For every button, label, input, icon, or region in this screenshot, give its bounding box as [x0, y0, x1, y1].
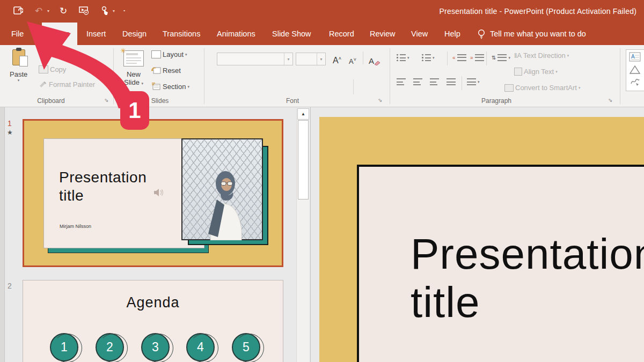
- justify-icon: [447, 78, 456, 85]
- numbering-button[interactable]: ▾: [422, 54, 435, 61]
- tab-help[interactable]: Help: [441, 23, 464, 45]
- tab-insert[interactable]: Insert: [83, 23, 109, 45]
- slide-2-number: 2: [8, 282, 12, 290]
- tab-review[interactable]: Review: [367, 23, 399, 45]
- paste-button[interactable]: Paste ▾: [10, 49, 27, 83]
- line-spacing-icon: [497, 54, 507, 61]
- slide-1-number: 1: [8, 119, 12, 128]
- agenda-circle-4: 4: [186, 333, 215, 361]
- text-box-icon: A: [629, 52, 641, 62]
- lightbulb-icon: [478, 29, 485, 39]
- slide-2-thumbnail[interactable]: Agenda 1 2 3 4 5: [23, 280, 283, 362]
- save-icon[interactable]: [12, 4, 25, 17]
- slide-1-thumbnail[interactable]: Presentation title Mirjam Nilsson: [23, 119, 283, 267]
- powerpoint-window: ↶ ▾ ↻ ▾ ⹀ Presentation title - PowerPoin…: [0, 0, 644, 362]
- repeat-icon[interactable]: ↻: [57, 4, 70, 17]
- tell-me-label: Tell me what you want to do: [490, 29, 586, 38]
- section-button[interactable]: Section ▾: [151, 83, 189, 91]
- person-photo-figure: [195, 165, 249, 240]
- align-left-icon: [397, 78, 406, 85]
- thumbnail-scrollbar[interactable]: ▲: [296, 108, 309, 362]
- align-center-icon: [413, 78, 422, 85]
- columns-icon: [467, 78, 476, 85]
- undo-chevron-icon[interactable]: ▾: [47, 9, 49, 13]
- copy-button[interactable]: Copy: [39, 65, 66, 73]
- quick-access-toolbar: ↶ ▾ ↻ ▾ ⹀: [12, 4, 125, 17]
- tab-animations[interactable]: Animations: [214, 23, 259, 45]
- triangle-shape-icon: [629, 65, 641, 75]
- section-icon: [151, 83, 161, 91]
- touch-mode-icon[interactable]: [98, 4, 111, 17]
- clipboard-dialog-launcher-icon[interactable]: ⇘: [104, 98, 111, 104]
- tab-design[interactable]: Design: [119, 23, 150, 45]
- start-slideshow-icon[interactable]: [77, 4, 90, 17]
- format-painter-button[interactable]: Format Painter: [39, 80, 95, 88]
- agenda-circle-3: 3: [141, 333, 170, 361]
- layout-button[interactable]: Layout ▾: [151, 50, 187, 58]
- customize-quick-access-icon[interactable]: ⹀: [123, 8, 125, 14]
- new-slide-icon: ✳: [123, 50, 144, 67]
- freeform-shape-icon: [629, 77, 641, 86]
- paste-chevron-icon: ▾: [10, 78, 27, 83]
- layout-icon: [151, 50, 161, 58]
- eraser-icon: [374, 60, 380, 65]
- tab-slide-show[interactable]: Slide Show: [269, 23, 314, 45]
- undo-icon[interactable]: ↶: [32, 4, 45, 17]
- font-name-combobox[interactable]: ▾: [217, 53, 293, 65]
- convert-smartart-icon: [504, 84, 514, 92]
- slide-canvas[interactable]: Presentation title: [319, 117, 644, 362]
- tab-file[interactable]: File: [8, 23, 27, 45]
- font-dialog-launcher-icon[interactable]: ⇘: [378, 98, 384, 104]
- font-group-label: Font: [263, 97, 322, 105]
- tab-home[interactable]: Home: [42, 23, 77, 45]
- columns-button[interactable]: ▾: [467, 78, 480, 85]
- audio-speaker-icon: [153, 188, 164, 197]
- text-direction-icon: ‖A: [514, 51, 522, 60]
- align-right-button[interactable]: [430, 78, 439, 85]
- convert-smartart-button[interactable]: Convert to SmartArt▾: [504, 84, 580, 92]
- title-bar: ↶ ▾ ↻ ▾ ⹀ Presentation title - PowerPoin…: [0, 0, 644, 23]
- font-size-combobox[interactable]: ▾: [296, 53, 326, 65]
- annotation-step-badge: 1: [120, 91, 149, 130]
- bullets-icon: [397, 54, 406, 61]
- tab-view[interactable]: View: [408, 23, 431, 45]
- increase-indent-icon: [475, 54, 484, 61]
- new-slide-button[interactable]: ✳ New Slide ▾: [120, 49, 147, 86]
- scroll-up-icon[interactable]: ▲: [297, 108, 309, 120]
- window-title: Presentation title - PowerPoint (Product…: [440, 7, 636, 16]
- increase-indent-button[interactable]: »: [470, 54, 484, 61]
- tell-me-box[interactable]: Tell me what you want to do: [478, 23, 586, 45]
- animation-star-icon: ★: [7, 129, 13, 136]
- slide-title-card[interactable]: Presentation title: [357, 165, 644, 362]
- decrease-indent-icon: [457, 54, 466, 61]
- slide-title-text[interactable]: Presentation title: [411, 230, 644, 326]
- align-text-button[interactable]: Align Text▾: [514, 68, 558, 76]
- shrink-font-button[interactable]: A˅: [346, 51, 360, 65]
- tab-transitions[interactable]: Transitions: [159, 23, 203, 45]
- agenda-circle-1: 1: [50, 333, 78, 361]
- align-center-button[interactable]: [413, 78, 422, 85]
- format-painter-icon: [39, 81, 47, 88]
- decrease-indent-button[interactable]: «: [452, 54, 466, 61]
- panel-left-edge: [0, 107, 5, 362]
- ribbon: Paste ▾ Copy Format Painter Clipboard ⇘ …: [0, 45, 644, 107]
- paragraph-group-label: Paragraph: [467, 97, 526, 105]
- workspace: 1 ★ Presentation title Mirjam Nilsson: [0, 107, 644, 362]
- line-spacing-button[interactable]: ⇅▾: [492, 54, 510, 61]
- scrollbar-thumb[interactable]: [298, 120, 309, 200]
- justify-button[interactable]: [447, 78, 456, 85]
- reset-button[interactable]: Reset: [151, 67, 181, 75]
- tab-record[interactable]: Record: [326, 23, 357, 45]
- agenda-circle-2: 2: [96, 333, 124, 361]
- paste-icon: [12, 49, 25, 65]
- pane-divider[interactable]: [310, 107, 311, 362]
- slide-1-card: Presentation title Mirjam Nilsson: [43, 138, 204, 248]
- bullets-button[interactable]: ▾: [397, 54, 409, 61]
- clear-formatting-button[interactable]: A: [367, 51, 382, 65]
- shape-gallery[interactable]: A: [626, 49, 644, 91]
- paragraph-dialog-launcher-icon[interactable]: ⇘: [608, 98, 614, 104]
- text-direction-button[interactable]: ‖A Text Direction▾: [514, 51, 569, 60]
- touch-mode-chevron-icon[interactable]: ▾: [113, 9, 115, 13]
- grow-font-button[interactable]: A˄: [330, 51, 344, 65]
- align-left-button[interactable]: [397, 78, 406, 85]
